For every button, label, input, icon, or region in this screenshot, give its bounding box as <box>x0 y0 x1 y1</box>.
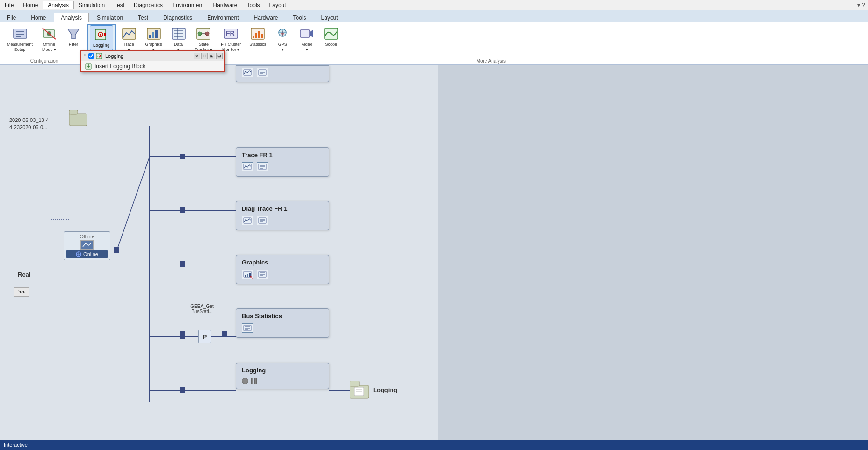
logging-record-btn[interactable] <box>242 378 248 384</box>
menu-bar: File Home Analysis Simulation Test Diagn… <box>0 0 868 10</box>
canvas-area: 2020-06-03_13-4 4-232020-06-0... Real >>… <box>0 65 438 445</box>
scope-icon <box>324 26 339 41</box>
logging-destination: Logging <box>350 381 397 399</box>
insert-logging-icon <box>85 63 92 70</box>
btn-measurement-setup[interactable]: MeasurementSetup <box>4 24 36 54</box>
menu-home[interactable]: Home <box>18 1 43 9</box>
btn-offline-mode[interactable]: OfflineMode ▾ <box>38 24 60 54</box>
logging-folder-icon <box>350 381 369 399</box>
logging-pause-btn[interactable] <box>251 378 257 384</box>
svg-rect-65 <box>114 247 119 253</box>
ribbon-collapse-icon[interactable]: ▾ <box>857 2 860 8</box>
ribbon-tab-layout[interactable]: Layout <box>314 13 345 22</box>
diag-trace-fr1-icon-1[interactable] <box>242 216 253 225</box>
btn-fr-cluster-monitor[interactable]: FR FR ClusterMonitor ▾ <box>217 24 244 54</box>
menu-file[interactable]: File <box>0 1 18 9</box>
bus-stats-icon-1[interactable] <box>242 323 253 333</box>
mode-online-button[interactable]: Online <box>66 250 108 258</box>
ribbon-tab-tools[interactable]: Tools <box>286 13 313 22</box>
block-graphics: Graphics ↖ <box>236 255 329 284</box>
btn-scope[interactable]: Scope <box>320 24 342 49</box>
menu-analysis[interactable]: Analysis <box>43 1 74 9</box>
svg-rect-71 <box>69 110 78 114</box>
btn-video[interactable]: Video▾ <box>296 24 318 54</box>
trace-fr1-title: Trace FR 1 <box>242 151 323 158</box>
btn-graphics[interactable]: Graphics▾ <box>142 24 166 54</box>
top-block-partial <box>236 65 329 82</box>
mode-block: Offline Online <box>64 231 110 260</box>
btn-data[interactable]: Data▾ <box>167 24 190 54</box>
forward-button[interactable]: >> <box>14 287 29 297</box>
graphics-icon-2[interactable] <box>257 270 268 279</box>
menu-diagnostics[interactable]: Diagnostics <box>129 1 167 9</box>
fr-cluster-monitor-icon: FR <box>224 26 239 41</box>
logging-block-title: Logging <box>242 367 323 374</box>
svg-rect-30 <box>255 33 257 38</box>
dropdown-title: Logging <box>105 53 123 59</box>
svg-rect-12 <box>123 28 136 39</box>
video-icon <box>299 26 314 41</box>
p-block[interactable]: P <box>198 330 211 343</box>
menu-simulation[interactable]: Simulation <box>74 1 109 9</box>
svg-rect-92 <box>245 275 246 277</box>
folder-icon-area[interactable] <box>69 110 88 128</box>
svg-marker-38 <box>310 30 313 37</box>
ribbon-tab-hardware[interactable]: Hardware <box>247 13 285 22</box>
menu-tools[interactable]: Tools <box>242 1 265 9</box>
ribbon-tabs: File Home Analysis Simulation Test Diagn… <box>0 10 868 22</box>
ribbon-tab-test[interactable]: Test <box>131 13 155 22</box>
gps-icon <box>275 26 290 41</box>
btn-filter[interactable]: Filter <box>62 24 85 49</box>
ribbon-tab-environment[interactable]: Environment <box>200 13 246 22</box>
ribbon-tab-diagnostics[interactable]: Diagnostics <box>156 13 199 22</box>
ribbon-tab-home[interactable]: Home <box>24 13 53 22</box>
top-block-icon-2[interactable] <box>257 68 268 77</box>
svg-rect-16 <box>155 30 158 38</box>
menu-layout[interactable]: Layout <box>265 1 291 9</box>
ribbon-tab-analysis[interactable]: Analysis <box>54 13 89 23</box>
block-logging: Logging <box>236 363 329 389</box>
btn-state-tracker[interactable]: StateTracker ▾ <box>192 24 216 54</box>
logging-dropdown: ⠿ Logging ✕ ⏸ ⊞ ⊟ Insert Logging Block <box>80 50 225 72</box>
menu-environment[interactable]: Environment <box>167 1 208 9</box>
dropdown-pin-btn[interactable]: ✕ <box>194 53 200 59</box>
svg-rect-37 <box>300 30 310 37</box>
help-icon[interactable]: ? <box>862 2 865 8</box>
btn-trace[interactable]: Trace▾ <box>118 24 140 54</box>
top-block-icon-1[interactable] <box>242 68 253 77</box>
dropdown-controls: ✕ ⏸ ⊞ ⊟ <box>194 53 223 59</box>
dropdown-pause-btn[interactable]: ⏸ <box>201 53 208 59</box>
svg-rect-105 <box>354 387 364 396</box>
dropdown-copy-btn[interactable]: ⊞ <box>209 53 215 59</box>
logging-icon <box>94 27 109 42</box>
group-label-configuration: Configuration <box>4 57 85 64</box>
trace-fr1-icon-2[interactable] <box>257 162 268 171</box>
ribbon-tab-file[interactable]: File <box>0 13 23 22</box>
btn-gps[interactable]: GPS▾ <box>271 24 294 54</box>
dropdown-header: ⠿ Logging ✕ ⏸ ⊞ ⊟ <box>81 51 224 61</box>
svg-rect-11 <box>104 33 106 36</box>
svg-rect-72 <box>82 242 92 248</box>
graphics-title: Graphics <box>242 259 323 266</box>
svg-point-23 <box>198 32 202 36</box>
menu-test[interactable]: Test <box>109 1 129 9</box>
trace-icon <box>122 26 137 41</box>
insert-logging-block-label: Insert Logging Block <box>94 63 145 70</box>
menu-hardware[interactable]: Hardware <box>209 1 242 9</box>
trace-fr1-icon-1[interactable] <box>242 162 253 171</box>
btn-logging[interactable]: Logging <box>90 25 113 50</box>
insert-logging-block-item[interactable]: Insert Logging Block <box>81 61 224 71</box>
graphics-icon-1[interactable]: ↖ <box>242 270 253 279</box>
bus-statistics-title: Bus Statistics <box>242 313 323 320</box>
btn-statistics[interactable]: Statistics <box>246 24 269 49</box>
diag-trace-fr1-icon-2[interactable] <box>257 216 268 225</box>
mode-offline-label: Offline <box>66 234 108 239</box>
trace-fr1-icons <box>242 162 323 171</box>
svg-rect-66 <box>180 331 185 337</box>
ribbon-tab-simulation[interactable]: Simulation <box>90 13 130 22</box>
svg-rect-60 <box>180 334 185 339</box>
logging-checkbox[interactable] <box>88 53 94 59</box>
real-label: Real <box>18 271 30 278</box>
svg-rect-15 <box>152 32 154 38</box>
dropdown-popout-btn[interactable]: ⊟ <box>216 53 223 59</box>
